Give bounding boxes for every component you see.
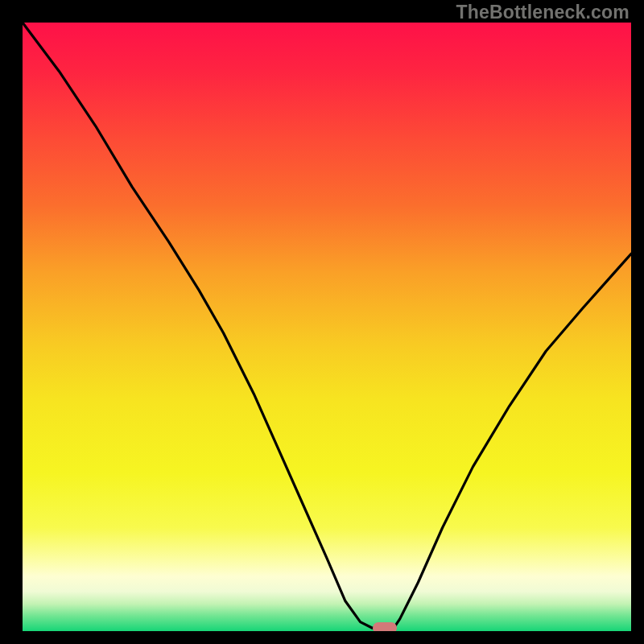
watermark-text: TheBottleneck.com <box>456 2 630 23</box>
gradient-rect <box>23 23 631 631</box>
plot-area <box>23 23 631 631</box>
optimal-marker <box>373 622 397 631</box>
chart-container: TheBottleneck.com <box>0 0 644 644</box>
plot-svg <box>23 23 631 631</box>
